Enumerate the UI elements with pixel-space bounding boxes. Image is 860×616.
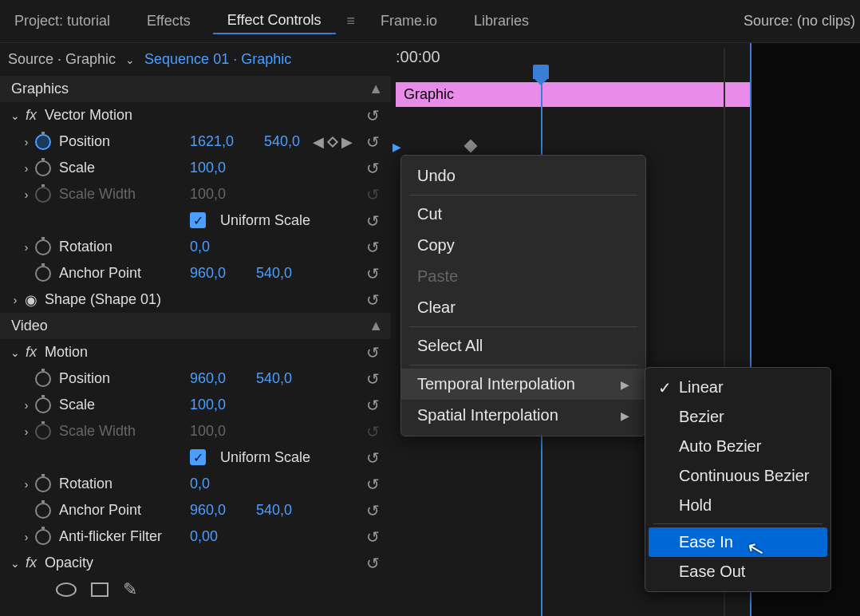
menu-clear[interactable]: Clear: [401, 292, 645, 323]
reset-icon[interactable]: ↺: [366, 290, 380, 310]
sequence-name[interactable]: Sequence 01 · Graphic: [144, 51, 291, 68]
submenu-bezier[interactable]: Bezier: [645, 402, 830, 432]
stopwatch-icon[interactable]: [35, 134, 51, 150]
anti-flicker-value[interactable]: 0,00: [190, 528, 218, 545]
add-keyframe-icon[interactable]: [327, 136, 338, 147]
prop-label: Rotation: [59, 476, 112, 492]
submenu-auto-bezier[interactable]: Auto Bezier: [645, 432, 830, 461]
panel-menu-icon[interactable]: ≡: [344, 13, 359, 30]
reset-icon[interactable]: ↺: [366, 106, 380, 125]
group-shape[interactable]: › ◉ Shape (Shape 01) ↺: [0, 286, 391, 313]
menu-undo[interactable]: Undo: [401, 160, 645, 192]
eye-icon[interactable]: ◉: [24, 291, 38, 309]
collapse-up-icon[interactable]: ▲: [369, 318, 383, 334]
reset-icon[interactable]: ↺: [366, 159, 380, 178]
keyframe-start-icon[interactable]: ▶: [393, 140, 401, 153]
uniform-scale-checkbox[interactable]: ✓: [190, 449, 206, 465]
menu-select-all[interactable]: Select All: [401, 330, 645, 361]
twirl-down-icon[interactable]: ⌄: [6, 557, 24, 570]
stopwatch-icon[interactable]: [35, 397, 51, 413]
menu-cut[interactable]: Cut: [401, 199, 645, 230]
twirl-right-icon[interactable]: ›: [18, 162, 35, 175]
anchor-x-value[interactable]: 960,0: [190, 265, 226, 282]
position-x-value[interactable]: 960,0: [190, 370, 226, 387]
anchor-x-value[interactable]: 960,0: [190, 502, 226, 519]
twirl-right-icon[interactable]: ›: [18, 136, 35, 148]
twirl-down-icon[interactable]: ⌄: [6, 346, 24, 359]
group-opacity[interactable]: ⌄ fx Opacity ↺: [0, 550, 391, 576]
menu-copy[interactable]: Copy: [401, 230, 645, 261]
anchor-y-value[interactable]: 540,0: [256, 265, 292, 282]
twirl-right-icon[interactable]: ›: [18, 478, 35, 491]
twirl-right-icon[interactable]: ›: [18, 188, 35, 201]
tab-libraries[interactable]: Libraries: [460, 9, 543, 34]
fx-icon[interactable]: fx: [24, 344, 38, 361]
fx-icon[interactable]: fx: [24, 555, 38, 571]
submenu-ease-in[interactable]: Ease In: [649, 527, 827, 557]
menu-spatial-interpolation[interactable]: Spatial Interpolation ▶: [401, 400, 645, 431]
twirl-right-icon[interactable]: ›: [18, 241, 35, 254]
keyframe-marker-icon[interactable]: [464, 140, 478, 153]
section-graphics[interactable]: Graphics ▲: [0, 76, 391, 102]
rect-mask-icon[interactable]: [91, 582, 108, 597]
position-y-value[interactable]: 540,0: [256, 370, 292, 387]
reset-icon[interactable]: ↺: [366, 369, 380, 389]
stopwatch-icon: [35, 187, 51, 203]
keyframe-nav[interactable]: ◀ ▶: [313, 133, 353, 151]
group-motion[interactable]: ⌄ fx Motion ↺: [0, 339, 391, 365]
chevron-down-icon[interactable]: ⌄: [125, 53, 135, 66]
tab-project[interactable]: Project: tutorial: [0, 9, 124, 34]
reset-icon[interactable]: ↺: [366, 211, 380, 231]
stopwatch-icon[interactable]: [35, 239, 51, 255]
reset-icon[interactable]: ↺: [366, 448, 380, 468]
submenu-continuous-bezier[interactable]: Continuous Bezier: [645, 461, 830, 491]
stopwatch-icon[interactable]: [35, 529, 51, 545]
submenu-ease-out[interactable]: Ease Out: [645, 557, 830, 586]
pen-mask-icon[interactable]: ✎: [123, 579, 137, 600]
section-video[interactable]: Video ▲: [0, 313, 391, 339]
menu-separator: [653, 523, 823, 524]
rotation-value[interactable]: 0,0: [190, 476, 210, 492]
reset-icon[interactable]: ↺: [366, 527, 380, 547]
rotation-value[interactable]: 0,0: [190, 239, 210, 255]
position-x-value[interactable]: 1621,0: [190, 133, 234, 150]
fx-icon[interactable]: fx: [24, 107, 38, 124]
twirl-right-icon[interactable]: ›: [18, 425, 35, 438]
tab-frame-io[interactable]: Frame.io: [366, 9, 452, 34]
scale-value[interactable]: 100,0: [190, 160, 226, 176]
reset-icon[interactable]: ↺: [366, 396, 380, 415]
reset-icon[interactable]: ↺: [366, 238, 380, 257]
twirl-right-icon[interactable]: ›: [6, 294, 24, 306]
twirl-right-icon[interactable]: ›: [18, 399, 35, 412]
submenu-hold[interactable]: Hold: [645, 491, 830, 520]
stopwatch-icon[interactable]: [35, 160, 51, 176]
section-label: Graphics: [11, 81, 69, 97]
collapse-up-icon[interactable]: ▲: [369, 81, 383, 97]
group-vector-motion[interactable]: ⌄ fx Vector Motion ↺: [0, 102, 391, 128]
reset-icon[interactable]: ↺: [366, 501, 380, 520]
stopwatch-icon[interactable]: [35, 503, 51, 519]
menu-temporal-interpolation[interactable]: Temporal Interpolation ▶: [401, 369, 645, 400]
stopwatch-icon[interactable]: [35, 476, 51, 492]
anchor-y-value[interactable]: 540,0: [256, 502, 292, 519]
twirl-down-icon[interactable]: ⌄: [6, 109, 24, 122]
scale-value[interactable]: 100,0: [190, 397, 226, 413]
source-clip-name[interactable]: Source · Graphic: [8, 51, 116, 68]
position-y-value[interactable]: 540,0: [264, 133, 300, 150]
reset-icon[interactable]: ↺: [366, 264, 380, 283]
reset-icon[interactable]: ↺: [366, 343, 380, 362]
reset-icon[interactable]: ↺: [366, 475, 380, 494]
stopwatch-icon[interactable]: [35, 371, 51, 387]
submenu-linear[interactable]: Linear: [645, 373, 830, 402]
prev-keyframe-icon[interactable]: ◀: [313, 133, 324, 151]
twirl-right-icon[interactable]: ›: [18, 531, 35, 543]
submenu-arrow-icon: ▶: [621, 378, 629, 391]
tab-effects[interactable]: Effects: [132, 9, 205, 34]
ellipse-mask-icon[interactable]: [56, 582, 77, 597]
uniform-scale-checkbox[interactable]: ✓: [190, 212, 206, 228]
stopwatch-icon[interactable]: [35, 266, 51, 282]
reset-icon[interactable]: ↺: [366, 554, 380, 573]
reset-icon[interactable]: ↺: [366, 132, 380, 152]
next-keyframe-icon[interactable]: ▶: [341, 133, 353, 151]
tab-effect-controls[interactable]: Effect Controls: [213, 8, 336, 34]
